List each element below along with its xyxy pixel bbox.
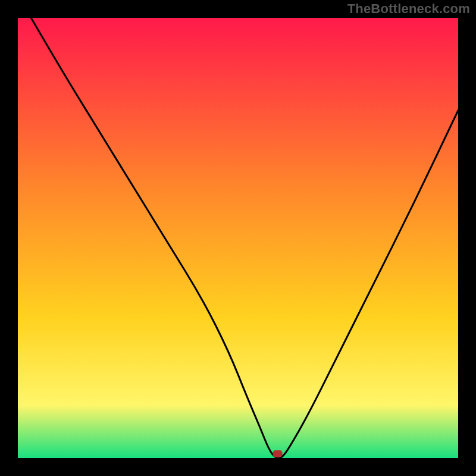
optimum-marker [273,450,283,458]
watermark-text: TheBottleneck.com [347,1,470,17]
gradient-background [18,18,458,458]
chart-svg [18,18,458,458]
chart-frame: TheBottleneck.com [0,0,476,476]
plot-area [18,18,458,458]
